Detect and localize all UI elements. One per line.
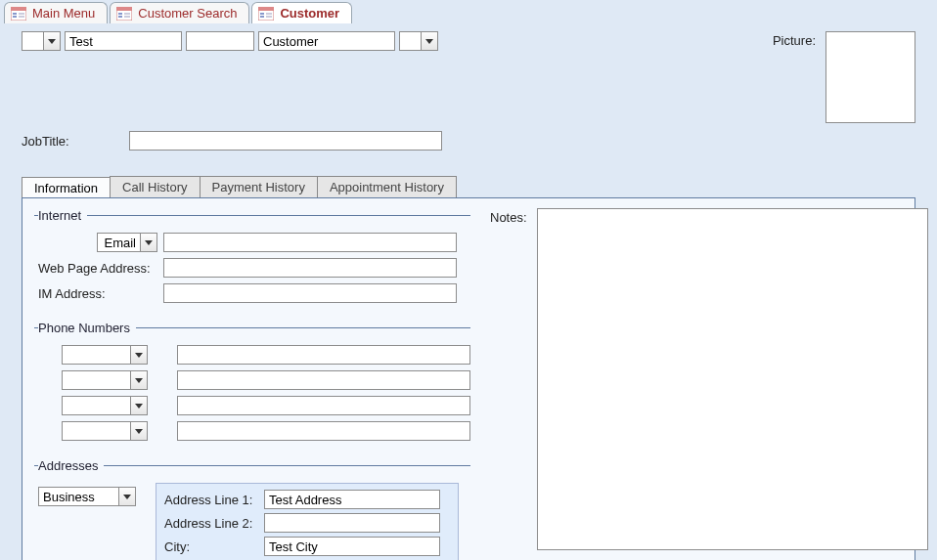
dropdown-icon[interactable] [130,396,148,415]
svg-rect-8 [118,13,122,15]
jobtitle-input[interactable] [129,131,442,151]
middle-name-input[interactable] [186,31,254,51]
addr-line2-input[interactable] [264,513,440,533]
phone-row [38,421,470,441]
form-icon [116,7,132,21]
nav-tab-customer-search[interactable]: Customer Search [110,2,249,23]
dropdown-icon[interactable] [118,487,136,506]
title-combo[interactable] [22,31,61,51]
phone-type-combo[interactable] [62,370,148,390]
form-icon [258,7,274,21]
city-input[interactable] [264,537,440,556]
dropdown-icon[interactable] [43,31,61,51]
address-type-combo[interactable] [38,487,136,506]
phone-number-input[interactable] [177,421,470,441]
city-label: City: [164,539,258,554]
nav-tab-customer[interactable]: Customer [251,2,352,23]
svg-rect-14 [260,13,264,15]
tab-label: Information [34,181,98,195]
svg-rect-7 [116,7,132,11]
dropdown-icon[interactable] [421,31,438,51]
phone-row [38,345,470,365]
svg-rect-3 [13,16,17,18]
tab-appointment-history[interactable]: Appointment History [317,176,457,197]
picture-label: Picture: [773,31,816,48]
phone-row [38,396,470,415]
phone-group: Phone Numbers [34,321,470,447]
nav-tab-main-menu[interactable]: Main Menu [4,2,108,23]
svg-rect-1 [11,7,26,11]
title-input[interactable] [22,31,43,51]
web-label: Web Page Address: [38,261,157,276]
tab-call-history[interactable]: Call History [110,176,200,197]
inner-tab-bar: Information Call History Payment History… [22,176,915,197]
svg-rect-13 [258,7,274,11]
dropdown-icon[interactable] [130,421,148,441]
form-icon [11,7,26,21]
svg-rect-9 [118,16,122,18]
addr-line1-input[interactable] [264,490,440,509]
address-legend: Addresses [38,458,104,473]
im-address-input[interactable] [163,283,457,303]
internet-group: Internet Web Page Address: [34,208,470,309]
dropdown-icon[interactable] [130,345,148,365]
email-type-combo[interactable] [97,233,157,252]
nav-tab-label: Customer Search [138,6,237,21]
tab-label: Appointment History [330,180,444,194]
addr-line2-label: Address Line 2: [164,516,258,531]
dropdown-icon[interactable] [140,233,157,252]
notes-textarea[interactable] [537,208,928,550]
svg-rect-16 [266,13,272,15]
address-type-input[interactable] [38,487,118,506]
svg-rect-4 [19,13,24,15]
notes-label: Notes: [490,208,527,550]
tab-label: Payment History [212,180,305,194]
svg-rect-5 [19,16,24,18]
suffix-input[interactable] [399,31,421,51]
phone-type-combo[interactable] [62,396,148,415]
phone-row [38,370,470,390]
first-name-input[interactable] [65,31,182,51]
jobtitle-label: JobTitle: [22,134,110,149]
address-group: Addresses Address Line 1: Address Line 2… [34,458,470,560]
nav-tab-label: Customer [280,6,339,21]
last-name-input[interactable] [258,31,395,51]
svg-rect-15 [260,16,264,18]
tab-information[interactable]: Information [22,177,111,198]
phone-type-combo[interactable] [62,421,148,441]
picture-box[interactable] [825,31,915,123]
web-address-input[interactable] [163,258,457,278]
email-type-input[interactable] [97,233,140,252]
tab-payment-history[interactable]: Payment History [200,176,318,197]
svg-rect-2 [13,13,17,15]
phone-legend: Phone Numbers [38,321,136,335]
phone-number-input[interactable] [177,370,470,390]
internet-legend: Internet [38,208,87,223]
information-panel: Internet Web Page Address: [22,197,915,560]
tab-label: Call History [122,180,187,194]
svg-rect-10 [124,13,130,15]
phone-number-input[interactable] [177,345,470,365]
svg-rect-11 [124,16,130,18]
nav-tab-bar: Main Menu Customer Search Customer [0,0,937,23]
phone-number-input[interactable] [177,396,470,415]
addr-line1-label: Address Line 1: [164,493,258,507]
phone-type-combo[interactable] [62,345,148,365]
svg-rect-17 [266,16,272,18]
nav-tab-label: Main Menu [32,6,95,21]
im-label: IM Address: [38,286,157,301]
address-box: Address Line 1: Address Line 2: City: St… [156,483,459,560]
email-input[interactable] [163,233,457,252]
suffix-combo[interactable] [399,31,438,51]
dropdown-icon[interactable] [130,370,148,390]
